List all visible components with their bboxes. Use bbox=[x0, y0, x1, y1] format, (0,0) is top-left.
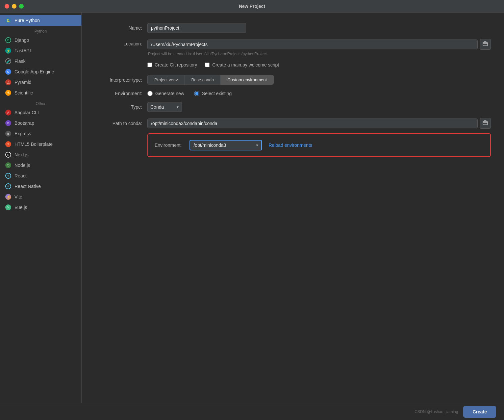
sidebar-item-label: Express bbox=[14, 131, 31, 136]
create-git-checkbox-item[interactable]: Create Git repository bbox=[147, 62, 197, 67]
window-controls[interactable] bbox=[5, 4, 24, 9]
nodejs-icon: ⬡ bbox=[5, 162, 11, 168]
name-row: Name: bbox=[95, 23, 491, 33]
env-select-wrapper: /opt/miniconda3 bbox=[189, 140, 262, 150]
create-git-checkbox[interactable] bbox=[147, 63, 152, 67]
sidebar-item-express[interactable]: E Express bbox=[0, 128, 81, 139]
react-icon: ⚛ bbox=[5, 173, 11, 179]
nextjs-icon: N bbox=[5, 152, 11, 158]
type-label: Type: bbox=[95, 104, 147, 110]
svg-rect-0 bbox=[483, 42, 488, 46]
create-git-label: Create Git repository bbox=[155, 62, 197, 67]
sidebar-section-other: Other bbox=[0, 98, 81, 107]
create-main-checkbox-item[interactable]: Create a main.py welcome script bbox=[205, 62, 279, 67]
flask-icon: 🧪 bbox=[5, 58, 11, 64]
sidebar-item-label: HTML5 Boilerplate bbox=[14, 142, 53, 147]
environment-radio-row: Environment: Generate new Select existin… bbox=[95, 91, 491, 96]
tab-custom-environment[interactable]: Custom environment bbox=[221, 75, 273, 85]
type-select[interactable]: Conda Virtualenv bbox=[147, 102, 182, 112]
sidebar-item-nodejs[interactable]: ⬡ Node.js bbox=[0, 160, 81, 171]
path-input-wrapper bbox=[147, 118, 491, 129]
interpreter-type-label: Interpreter type: bbox=[95, 77, 147, 83]
tab-base-conda[interactable]: Base conda bbox=[185, 75, 221, 85]
title-bar: New Project bbox=[0, 0, 504, 13]
maximize-button[interactable] bbox=[19, 4, 24, 9]
sidebar-item-label: Angular CLI bbox=[14, 110, 39, 115]
sidebar-item-label: Vite bbox=[14, 194, 22, 199]
watermark: CSDN @liushao_jiaming bbox=[415, 409, 458, 414]
minimize-button[interactable] bbox=[12, 4, 16, 9]
window-title: New Project bbox=[239, 4, 265, 9]
close-button[interactable] bbox=[5, 4, 9, 9]
radio-generate-new-input[interactable] bbox=[147, 91, 153, 96]
type-select-wrapper: Conda Virtualenv bbox=[147, 102, 182, 112]
radio-select-existing-input[interactable] bbox=[194, 91, 199, 96]
vuejs-icon: V bbox=[5, 204, 11, 210]
interpreter-type-tabs: Project venv Base conda Custom environme… bbox=[147, 75, 274, 85]
angular-icon: A bbox=[5, 110, 11, 116]
sidebar-section-python: Python bbox=[0, 26, 81, 35]
django-icon: D bbox=[5, 37, 11, 43]
sidebar-item-react-native[interactable]: ⚛ React Native bbox=[0, 181, 81, 192]
pyramid-icon: △ bbox=[5, 79, 11, 85]
sidebar-item-vuejs[interactable]: V Vue.js bbox=[0, 202, 81, 213]
sidebar-item-label: FastAPI bbox=[14, 48, 31, 53]
sidebar-item-label: Pyramid bbox=[14, 80, 31, 85]
environment-radio-group: Generate new Select existing bbox=[147, 91, 232, 96]
environment-highlighted-box: Environment: /opt/miniconda3 Reload envi… bbox=[147, 133, 491, 157]
reload-environments-button[interactable]: Reload environments bbox=[267, 141, 313, 150]
tab-project-venv[interactable]: Project venv bbox=[148, 75, 185, 85]
sidebar-item-bootstrap[interactable]: B Bootstrap bbox=[0, 118, 81, 128]
env-select[interactable]: /opt/miniconda3 bbox=[189, 140, 262, 150]
sidebar-item-pure-python[interactable]: 🐍 Pure Python bbox=[0, 15, 81, 26]
python-icon: 🐍 bbox=[5, 17, 11, 23]
create-main-checkbox[interactable] bbox=[205, 63, 210, 67]
select-existing-label: Select existing bbox=[202, 91, 232, 96]
sidebar-item-google-app-engine[interactable]: G Google App Engine bbox=[0, 66, 81, 77]
svg-rect-1 bbox=[483, 121, 488, 125]
main-container: 🐍 Pure Python Python D Django ⚡ FastAPI … bbox=[0, 13, 504, 420]
type-row: Type: Conda Virtualenv bbox=[95, 102, 491, 112]
location-label: Location: bbox=[95, 39, 147, 46]
sidebar-item-fastapi[interactable]: ⚡ FastAPI bbox=[0, 45, 81, 56]
gae-icon: G bbox=[5, 69, 11, 75]
sidebar-item-scientific[interactable]: ⚗ Scientific bbox=[0, 88, 81, 98]
location-wrapper: Project will be created in: /Users/xiu/P… bbox=[147, 39, 491, 56]
path-to-conda-input[interactable] bbox=[147, 118, 478, 128]
html5-icon: 5 bbox=[5, 141, 11, 147]
name-input[interactable] bbox=[147, 23, 246, 33]
fastapi-icon: ⚡ bbox=[5, 48, 11, 54]
sidebar-item-label: Pure Python bbox=[14, 18, 40, 23]
location-hint: Project will be created in: /Users/xiu/P… bbox=[147, 52, 491, 56]
sidebar-item-label: Flask bbox=[14, 59, 25, 64]
path-browse-button[interactable] bbox=[480, 118, 491, 129]
sidebar-item-label: React Native bbox=[14, 184, 41, 189]
create-button[interactable]: Create bbox=[463, 406, 496, 418]
location-input-row bbox=[147, 39, 491, 50]
sidebar-item-nextjs[interactable]: N Next.js bbox=[0, 149, 81, 160]
location-input[interactable] bbox=[147, 39, 478, 49]
radio-select-existing[interactable]: Select existing bbox=[194, 91, 232, 96]
sidebar-item-vite[interactable]: ⚡ Vite bbox=[0, 192, 81, 202]
interpreter-type-row: Interpreter type: Project venv Base cond… bbox=[95, 75, 491, 85]
sidebar-item-django[interactable]: D Django bbox=[0, 35, 81, 45]
sidebar-item-label: Next.js bbox=[14, 152, 29, 157]
sidebar-item-angular-cli[interactable]: A Angular CLI bbox=[0, 107, 81, 118]
sidebar-item-html5-boilerplate[interactable]: 5 HTML5 Boilerplate bbox=[0, 139, 81, 149]
radio-generate-new[interactable]: Generate new bbox=[147, 91, 184, 96]
scientific-icon: ⚗ bbox=[5, 90, 11, 96]
sidebar-item-pyramid[interactable]: △ Pyramid bbox=[0, 77, 81, 88]
sidebar-item-label: Django bbox=[14, 38, 29, 43]
sidebar-item-label: Google App Engine bbox=[14, 69, 54, 74]
content-area: Name: Location: Project will be cr bbox=[82, 13, 504, 420]
checkbox-row: Create Git repository Create a main.py w… bbox=[147, 62, 491, 67]
env-box-label: Environment: bbox=[155, 143, 182, 148]
sidebar-item-react[interactable]: ⚛ React bbox=[0, 171, 81, 181]
path-to-conda-row: Path to conda: bbox=[95, 118, 491, 129]
express-icon: E bbox=[5, 131, 11, 137]
sidebar-item-flask[interactable]: 🧪 Flask bbox=[0, 56, 81, 66]
generate-new-label: Generate new bbox=[155, 91, 184, 96]
sidebar-item-label: React bbox=[14, 173, 27, 178]
bootstrap-icon: B bbox=[5, 120, 11, 126]
location-browse-button[interactable] bbox=[480, 39, 491, 50]
